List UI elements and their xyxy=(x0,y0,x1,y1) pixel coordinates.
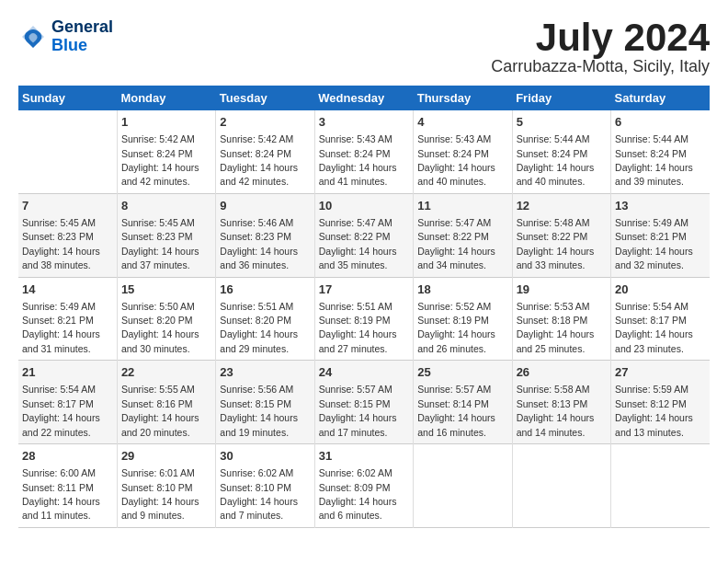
cell-daylight: Daylight: 14 hours and 9 minutes. xyxy=(121,496,199,521)
day-number: 24 xyxy=(319,364,409,381)
cell-sunset: Sunset: 8:18 PM xyxy=(517,315,588,326)
cell-week1-day3: 2 Sunrise: 5:42 AM Sunset: 8:24 PM Dayli… xyxy=(216,110,314,193)
cell-week2-day4: 10 Sunrise: 5:47 AM Sunset: 8:22 PM Dayl… xyxy=(314,193,413,277)
month-title: July 2024 xyxy=(491,18,710,57)
cell-week3-day4: 17 Sunrise: 5:51 AM Sunset: 8:19 PM Dayl… xyxy=(314,277,413,361)
cell-week2-day3: 9 Sunrise: 5:46 AM Sunset: 8:23 PM Dayli… xyxy=(216,193,314,277)
day-number: 21 xyxy=(22,364,113,381)
cell-daylight: Daylight: 14 hours and 39 minutes. xyxy=(615,162,693,187)
cell-daylight: Daylight: 14 hours and 14 minutes. xyxy=(517,412,595,437)
day-number: 25 xyxy=(417,364,507,381)
logo-line1: General xyxy=(51,18,113,37)
header-tuesday: Tuesday xyxy=(216,86,314,110)
cell-daylight: Daylight: 14 hours and 22 minutes. xyxy=(22,412,100,437)
cell-sunset: Sunset: 8:10 PM xyxy=(121,482,193,493)
day-number: 30 xyxy=(220,448,310,465)
cell-daylight: Daylight: 14 hours and 27 minutes. xyxy=(319,328,397,353)
cell-sunrise: Sunrise: 5:50 AM xyxy=(121,301,195,312)
cell-daylight: Daylight: 14 hours and 16 minutes. xyxy=(417,412,495,437)
cell-sunset: Sunset: 8:19 PM xyxy=(319,315,391,326)
cell-sunrise: Sunrise: 5:44 AM xyxy=(615,133,688,144)
cell-daylight: Daylight: 14 hours and 38 minutes. xyxy=(22,246,100,270)
logo-icon xyxy=(18,22,48,52)
day-number: 18 xyxy=(417,282,507,298)
cell-week1-day6: 5 Sunrise: 5:44 AM Sunset: 8:24 PM Dayli… xyxy=(512,110,610,193)
cell-week2-day1: 7 Sunrise: 5:45 AM Sunset: 8:23 PM Dayli… xyxy=(18,193,117,277)
cell-sunset: Sunset: 8:15 PM xyxy=(319,398,391,409)
location-title: Carrubazza-Motta, Sicily, Italy xyxy=(491,57,710,76)
cell-sunset: Sunset: 8:12 PM xyxy=(615,398,687,409)
cell-sunrise: Sunrise: 5:48 AM xyxy=(517,217,590,228)
cell-sunset: Sunset: 8:16 PM xyxy=(121,398,193,409)
header-sunday: Sunday xyxy=(18,86,117,110)
header-thursday: Thursday xyxy=(414,86,512,110)
cell-week3-day3: 16 Sunrise: 5:51 AM Sunset: 8:20 PM Dayl… xyxy=(216,277,314,361)
cell-week3-day2: 15 Sunrise: 5:50 AM Sunset: 8:20 PM Dayl… xyxy=(117,277,215,361)
cell-sunrise: Sunrise: 5:49 AM xyxy=(615,217,688,228)
logo-text-block: General Blue xyxy=(51,18,113,55)
calendar-header-row: SundayMondayTuesdayWednesdayThursdayFrid… xyxy=(18,86,710,110)
day-number: 28 xyxy=(22,448,113,465)
cell-week4-day5: 25 Sunrise: 5:57 AM Sunset: 8:14 PM Dayl… xyxy=(414,361,512,444)
cell-sunrise: Sunrise: 5:58 AM xyxy=(517,384,590,395)
cell-sunset: Sunset: 8:22 PM xyxy=(517,231,588,242)
cell-sunrise: Sunrise: 5:45 AM xyxy=(22,217,96,228)
cell-week2-day5: 11 Sunrise: 5:47 AM Sunset: 8:22 PM Dayl… xyxy=(414,193,512,277)
day-number: 9 xyxy=(220,198,310,214)
cell-sunrise: Sunrise: 5:49 AM xyxy=(22,301,96,312)
header-saturday: Saturday xyxy=(611,86,710,110)
day-number: 8 xyxy=(121,198,211,214)
cell-daylight: Daylight: 14 hours and 29 minutes. xyxy=(220,328,298,353)
cell-sunrise: Sunrise: 6:00 AM xyxy=(22,467,96,478)
cell-sunrise: Sunrise: 5:52 AM xyxy=(417,301,491,312)
cell-daylight: Daylight: 14 hours and 32 minutes. xyxy=(615,246,693,270)
week-row-5: 28 Sunrise: 6:00 AM Sunset: 8:11 PM Dayl… xyxy=(18,444,710,528)
day-number: 26 xyxy=(517,364,607,381)
cell-sunrise: Sunrise: 5:56 AM xyxy=(220,384,293,395)
cell-week4-day6: 26 Sunrise: 5:58 AM Sunset: 8:13 PM Dayl… xyxy=(512,361,610,444)
cell-sunrise: Sunrise: 6:02 AM xyxy=(220,467,293,478)
cell-week3-day7: 20 Sunrise: 5:54 AM Sunset: 8:17 PM Dayl… xyxy=(611,277,710,361)
cell-sunset: Sunset: 8:24 PM xyxy=(220,148,291,159)
cell-sunset: Sunset: 8:24 PM xyxy=(121,148,193,159)
cell-sunset: Sunset: 8:24 PM xyxy=(517,148,588,159)
cell-sunset: Sunset: 8:20 PM xyxy=(121,315,193,326)
cell-daylight: Daylight: 14 hours and 41 minutes. xyxy=(319,162,397,187)
week-row-3: 14 Sunrise: 5:49 AM Sunset: 8:21 PM Dayl… xyxy=(18,277,710,361)
cell-sunset: Sunset: 8:20 PM xyxy=(220,315,291,326)
cell-daylight: Daylight: 14 hours and 37 minutes. xyxy=(121,246,199,270)
cell-week4-day4: 24 Sunrise: 5:57 AM Sunset: 8:15 PM Dayl… xyxy=(314,361,413,444)
cell-week1-day4: 3 Sunrise: 5:43 AM Sunset: 8:24 PM Dayli… xyxy=(314,110,413,193)
cell-sunrise: Sunrise: 5:47 AM xyxy=(319,217,392,228)
day-number: 14 xyxy=(22,282,113,298)
cell-week5-day7 xyxy=(611,444,710,528)
cell-sunset: Sunset: 8:22 PM xyxy=(417,231,489,242)
cell-sunset: Sunset: 8:11 PM xyxy=(22,482,94,493)
calendar-table: SundayMondayTuesdayWednesdayThursdayFrid… xyxy=(18,86,710,528)
cell-sunrise: Sunrise: 5:42 AM xyxy=(121,133,195,144)
cell-week2-day7: 13 Sunrise: 5:49 AM Sunset: 8:21 PM Dayl… xyxy=(611,193,710,277)
day-number: 7 xyxy=(22,198,113,214)
cell-daylight: Daylight: 14 hours and 40 minutes. xyxy=(417,162,495,187)
cell-sunset: Sunset: 8:09 PM xyxy=(319,482,391,493)
header-monday: Monday xyxy=(117,86,215,110)
cell-sunrise: Sunrise: 5:57 AM xyxy=(417,384,491,395)
cell-daylight: Daylight: 14 hours and 33 minutes. xyxy=(517,246,595,270)
cell-sunrise: Sunrise: 5:44 AM xyxy=(517,133,590,144)
week-row-1: 1 Sunrise: 5:42 AM Sunset: 8:24 PM Dayli… xyxy=(18,110,710,193)
cell-daylight: Daylight: 14 hours and 30 minutes. xyxy=(121,328,199,353)
cell-sunset: Sunset: 8:21 PM xyxy=(615,231,687,242)
cell-week3-day5: 18 Sunrise: 5:52 AM Sunset: 8:19 PM Dayl… xyxy=(414,277,512,361)
cell-sunset: Sunset: 8:22 PM xyxy=(319,231,391,242)
cell-sunrise: Sunrise: 5:59 AM xyxy=(615,384,688,395)
cell-daylight: Daylight: 14 hours and 35 minutes. xyxy=(319,246,397,270)
day-number: 31 xyxy=(319,448,409,465)
cell-daylight: Daylight: 14 hours and 26 minutes. xyxy=(417,328,495,353)
cell-sunset: Sunset: 8:23 PM xyxy=(121,231,193,242)
cell-sunrise: Sunrise: 5:42 AM xyxy=(220,133,293,144)
cell-sunset: Sunset: 8:24 PM xyxy=(319,148,391,159)
day-number: 11 xyxy=(417,198,507,214)
cell-week2-day2: 8 Sunrise: 5:45 AM Sunset: 8:23 PM Dayli… xyxy=(117,193,215,277)
cell-week5-day4: 31 Sunrise: 6:02 AM Sunset: 8:09 PM Dayl… xyxy=(314,444,413,528)
cell-daylight: Daylight: 14 hours and 11 minutes. xyxy=(22,496,100,521)
